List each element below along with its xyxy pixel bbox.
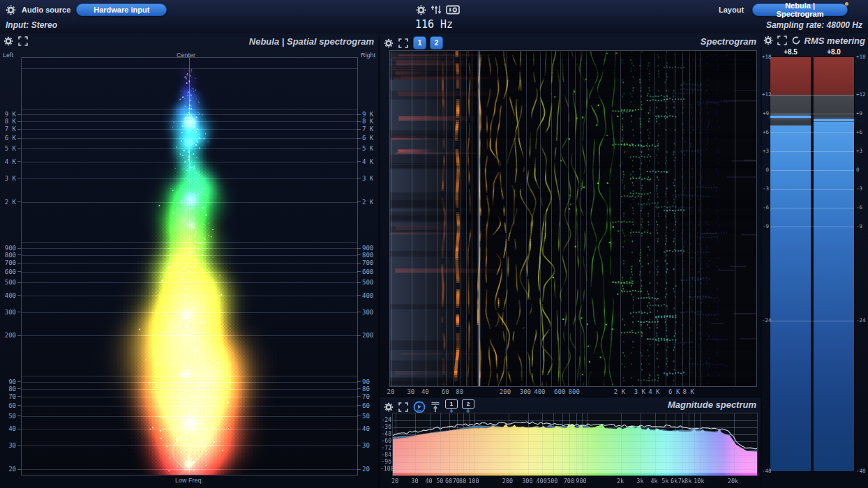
freq-tick-label-left: 300 xyxy=(0,309,21,315)
spatial-panel-toolbar xyxy=(3,36,28,46)
tick-text: 6 K xyxy=(3,135,17,142)
gear-icon[interactable] xyxy=(763,36,773,45)
meter-gridline xyxy=(770,208,854,208)
sliders-icon[interactable] xyxy=(431,5,442,15)
meter-headroom-zone xyxy=(770,95,811,125)
db-tick-label: -72 xyxy=(380,445,391,451)
tick-text: 20 xyxy=(361,466,371,473)
tick-mark xyxy=(17,312,21,312)
tick-mark xyxy=(17,271,21,272)
tick-text: 8 K xyxy=(3,118,17,125)
tick-mark xyxy=(17,469,21,470)
app-root: Audio source Hardware input Layout Nebul… xyxy=(0,0,868,488)
db-tick-label: -96 xyxy=(380,459,391,465)
tick-text: 800 xyxy=(361,252,375,259)
reset-meters-icon[interactable] xyxy=(791,36,801,45)
scroll-to-top-icon[interactable] xyxy=(431,402,440,413)
freq-tick-label-right: 90 xyxy=(357,379,378,385)
tick-text: 700 xyxy=(361,259,375,266)
freq-tick-label-left: 70 xyxy=(0,393,21,399)
freq-tick-label-right: 9 K xyxy=(357,112,378,118)
tick-text: 30 xyxy=(361,442,371,449)
freq-tick-label-right: 200 xyxy=(357,333,378,339)
freq-tick-label-left: 20 xyxy=(0,466,21,473)
scale-tick-right: -48 xyxy=(856,468,867,474)
freq-tick-label: 80 xyxy=(448,388,472,395)
scale-tick-right: +3 xyxy=(856,148,867,154)
gear-icon[interactable] xyxy=(6,5,16,15)
scale-tick-left: -9 xyxy=(762,224,769,229)
gear-icon[interactable] xyxy=(416,5,426,15)
tick-text: 900 xyxy=(361,245,375,252)
fullscreen-icon[interactable] xyxy=(18,36,28,46)
magnitude-slot-1[interactable]: 1+ xyxy=(445,399,458,414)
scale-tick-right: +6 xyxy=(856,130,867,135)
magnitude-slot-2[interactable]: 2+ xyxy=(462,399,474,414)
tick-text: 3 K xyxy=(361,175,375,182)
freq-tick-label-right: 800 xyxy=(357,252,378,258)
gear-icon[interactable] xyxy=(384,38,394,48)
freq-tick-label-right: 80 xyxy=(357,386,378,392)
meter-divider xyxy=(811,57,814,471)
live-mode-button[interactable]: live xyxy=(413,401,426,413)
scale-tick-left: -6 xyxy=(762,205,769,211)
scale-tick-left: +18 xyxy=(762,54,769,60)
scale-tick-right: -6 xyxy=(856,205,867,211)
meter-gridline xyxy=(770,114,854,114)
sampling-rate: Sampling rate: 48000 Hz xyxy=(766,20,862,30)
db-tick-label: -60 xyxy=(380,438,391,444)
spatial-spectrogram-plot[interactable] xyxy=(21,57,358,475)
freq-tick-label-left: 600 xyxy=(0,268,21,275)
freq-tick-label: 800 xyxy=(562,388,586,395)
tick-mark xyxy=(17,381,21,382)
tick-text: 5 K xyxy=(361,145,375,152)
io-routing-icon[interactable] xyxy=(446,5,460,15)
gear-icon[interactable] xyxy=(384,402,394,412)
tick-text: 4 K xyxy=(361,158,375,165)
freq-tick-label-left: 400 xyxy=(0,292,21,298)
freq-tick-label-right: 30 xyxy=(357,443,378,449)
meter-bar-r xyxy=(814,57,854,471)
tick-mark xyxy=(17,114,21,115)
tick-mark xyxy=(17,248,21,249)
tick-mark xyxy=(17,254,21,255)
freq-tick-label-right: 60 xyxy=(357,402,378,409)
freq-tick-label-left: 5 K xyxy=(0,146,21,152)
meter-gridline xyxy=(770,132,854,133)
freq-tick-label-left: 700 xyxy=(0,260,21,266)
tick-mark xyxy=(17,282,21,283)
fullscreen-icon[interactable] xyxy=(398,38,408,48)
tick-text: 7 K xyxy=(361,125,375,132)
tick-text: 400 xyxy=(3,292,17,299)
freq-tick-label-right: 900 xyxy=(357,245,378,252)
meter-gridline xyxy=(770,189,854,190)
fullscreen-icon[interactable] xyxy=(777,36,787,45)
freq-tick-label: 100 xyxy=(462,478,486,485)
magnitude-spectrum-plot[interactable] xyxy=(392,413,758,476)
gear-icon[interactable] xyxy=(3,36,13,46)
tick-text: 80 xyxy=(7,386,17,392)
tick-mark xyxy=(17,121,21,122)
layout-group: Layout Nebula | Spectrogram xyxy=(719,0,848,20)
tick-text: 200 xyxy=(361,332,375,339)
spatial-panel-title: Nebula | Spatial spectrogram xyxy=(249,36,374,47)
tick-text: 80 xyxy=(361,386,371,392)
freq-tick-label-left: 90 xyxy=(0,379,21,385)
freq-tick-label-left: 80 xyxy=(0,386,21,392)
freq-tick-label-right: 50 xyxy=(357,413,378,419)
tick-text: 30 xyxy=(7,442,17,449)
fullscreen-icon[interactable] xyxy=(398,402,408,412)
magnitude-panel-toolbar: live 1+2+ xyxy=(384,399,474,414)
rms-meter-track xyxy=(770,57,854,471)
hardware-input-button[interactable]: Hardware input xyxy=(76,3,167,16)
spectrogram-slot-1[interactable]: 1 xyxy=(413,36,426,49)
meter-value-cap xyxy=(814,119,854,121)
tick-mark xyxy=(17,429,21,429)
layout-preset-button[interactable]: Nebula | Spectrogram xyxy=(752,3,848,16)
spatial-spectrogram-panel: Nebula | Spatial spectrogram Left Center… xyxy=(0,33,378,488)
spectrogram-plot[interactable] xyxy=(389,50,757,387)
layout-label: Layout xyxy=(719,6,744,14)
spectrogram-slot-2[interactable]: 2 xyxy=(430,36,443,49)
scale-tick-right: +12 xyxy=(856,92,867,98)
db-tick-label: -84 xyxy=(380,452,391,458)
